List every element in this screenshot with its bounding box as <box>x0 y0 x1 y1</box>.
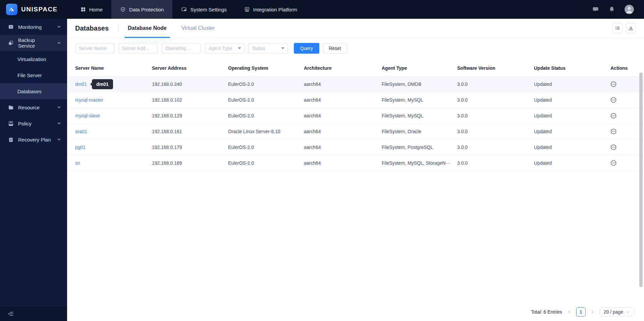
page-size-select[interactable]: 20 / page <box>600 307 634 317</box>
sidebar-footer <box>0 306 67 321</box>
sidebar-item-backup-service[interactable]: Backup Service <box>0 35 67 51</box>
server-address: 192.168.0.102 <box>152 97 228 103</box>
sidebar-item-databases[interactable]: Databases <box>0 83 67 99</box>
page-size-value: 20 / page <box>604 309 623 315</box>
server-link[interactable]: mysql-master <box>75 97 103 103</box>
next-page-icon[interactable] <box>591 310 595 314</box>
sidebar-item-monitoring[interactable]: Monitoring <box>0 19 67 35</box>
select-placeholder: Agent Type <box>209 46 232 51</box>
topnav-label: Home <box>89 7 103 12</box>
tab-database-node[interactable]: Database Node <box>128 19 167 38</box>
operating-system: EulerOS-2.0 <box>228 113 304 118</box>
row-actions-button[interactable] <box>610 81 636 87</box>
home-grid-icon <box>80 7 86 12</box>
folder-icon <box>8 105 14 110</box>
page-number-button[interactable]: 1 <box>576 307 586 317</box>
caret-down-icon <box>626 310 630 314</box>
topnav-label: Integration Platform <box>253 7 297 12</box>
sidebar-item-resource[interactable]: Resource <box>0 99 67 115</box>
architecture: aarch64 <box>304 160 382 166</box>
table-row: mysql-master 192.168.0.102 EulerOS-2.0 a… <box>67 92 644 108</box>
row-actions-button[interactable] <box>610 160 636 166</box>
archive-icon <box>8 121 14 126</box>
tab-virtual-cluster[interactable]: Virtual Cluster <box>181 19 215 38</box>
column-settings-button[interactable] <box>612 23 623 33</box>
servers-table: Server Name Server Address Operating Sys… <box>67 60 644 171</box>
table-row: pg01 192.168.0.179 EulerOS-2.0 aarch64 F… <box>67 140 644 155</box>
sidebar-item-recovery-plan[interactable]: Recovery Plan <box>0 131 67 148</box>
update-status: Updated <box>534 129 610 134</box>
topnav-label: Data Protection <box>129 7 164 12</box>
row-actions-button[interactable] <box>610 128 636 135</box>
operating-system: Oracle Linux Server-8.10 <box>228 129 304 134</box>
server-link[interactable]: ora01 <box>75 129 87 134</box>
table-toolbar <box>612 23 636 33</box>
server-link[interactable]: mysql-slave <box>75 113 100 118</box>
sidebar-item-label: Backup Service <box>18 37 53 49</box>
architecture: aarch64 <box>304 82 382 87</box>
monitor-chat-icon <box>8 24 14 30</box>
architecture: aarch64 <box>304 129 382 134</box>
brand: UNISPACE <box>0 4 67 15</box>
update-status: Updated <box>534 160 610 166</box>
col-server-name: Server Name <box>75 65 152 71</box>
architecture: aarch64 <box>304 113 382 118</box>
topnav-label: System Settings <box>190 7 226 12</box>
server-link[interactable]: pg01 <box>75 145 86 150</box>
sidebar-item-virtualization[interactable]: Virtualization <box>0 51 67 67</box>
chevron-down-icon <box>57 105 61 109</box>
topnav-system-settings[interactable]: System Settings <box>172 0 235 19</box>
chat-icon[interactable] <box>592 6 599 13</box>
server-address: 192.168.0.161 <box>152 129 228 134</box>
reset-button[interactable]: Reset <box>323 43 347 54</box>
download-button[interactable] <box>626 23 636 33</box>
chevron-down-icon <box>57 121 61 125</box>
operating-system: EulerOS-2.0 <box>228 97 304 103</box>
bell-icon[interactable] <box>608 6 615 13</box>
software-version: 3.0.0 <box>457 82 534 87</box>
page-header: Databases Database Node Virtual Cluster <box>67 19 644 38</box>
server-link[interactable]: sn <box>75 160 80 166</box>
main-content: Databases Database Node Virtual Cluster <box>67 19 644 321</box>
col-software-version: Software Version <box>457 65 534 71</box>
software-version: 3.0.0 <box>457 113 534 118</box>
operating-system: EulerOS-2.0 <box>228 160 304 166</box>
monitor-icon <box>181 7 187 12</box>
server-address-input[interactable] <box>118 43 158 54</box>
chevron-down-icon <box>57 138 61 142</box>
prev-page-icon[interactable] <box>567 310 571 314</box>
sidebar-item-policy[interactable]: Policy <box>0 115 67 131</box>
collapse-sidebar-icon[interactable] <box>7 311 14 317</box>
vertical-scrollbar[interactable] <box>639 72 643 287</box>
operating-system-input[interactable] <box>162 43 201 54</box>
software-version: 3.0.0 <box>457 160 534 166</box>
update-status: Updated <box>534 82 610 87</box>
chart-box-icon <box>244 7 250 12</box>
topnav-integration-platform[interactable]: Integration Platform <box>235 0 306 19</box>
server-address: 192.168.0.129 <box>152 113 228 118</box>
server-name-input[interactable] <box>75 43 115 54</box>
col-operating-system: Operating System <box>228 65 304 71</box>
row-actions-button[interactable] <box>610 97 636 103</box>
server-link[interactable]: dm01 <box>75 82 87 87</box>
avatar[interactable] <box>625 5 634 14</box>
topnav-home[interactable]: Home <box>72 0 111 19</box>
agent-type: FileSystem, PostgreSQL <box>382 145 457 150</box>
topnav-data-protection[interactable]: Data Protection <box>111 0 172 19</box>
agent-type-select[interactable]: Agent Type <box>205 43 245 54</box>
col-server-address: Server Address <box>152 65 228 71</box>
sidebar-item-label: Policy <box>18 121 32 126</box>
software-version: 3.0.0 <box>457 145 534 150</box>
row-actions-button[interactable] <box>610 144 636 150</box>
sidebar-item-file-server[interactable]: File Server <box>0 67 67 83</box>
agent-type: FileSystem, MySQL, StorageN··· <box>382 160 457 166</box>
row-actions-button[interactable] <box>610 113 636 119</box>
architecture: aarch64 <box>304 145 382 150</box>
query-button[interactable]: Query <box>294 43 319 54</box>
update-status: Updated <box>534 145 610 150</box>
sidebar-item-label: Virtualization <box>17 56 46 62</box>
brand-name: UNISPACE <box>21 6 58 13</box>
status-select[interactable]: Status <box>248 43 288 54</box>
table-row: ora01 192.168.0.161 Oracle Linux Server-… <box>67 124 644 140</box>
operating-system: EulerOS-2.0 <box>228 82 304 87</box>
